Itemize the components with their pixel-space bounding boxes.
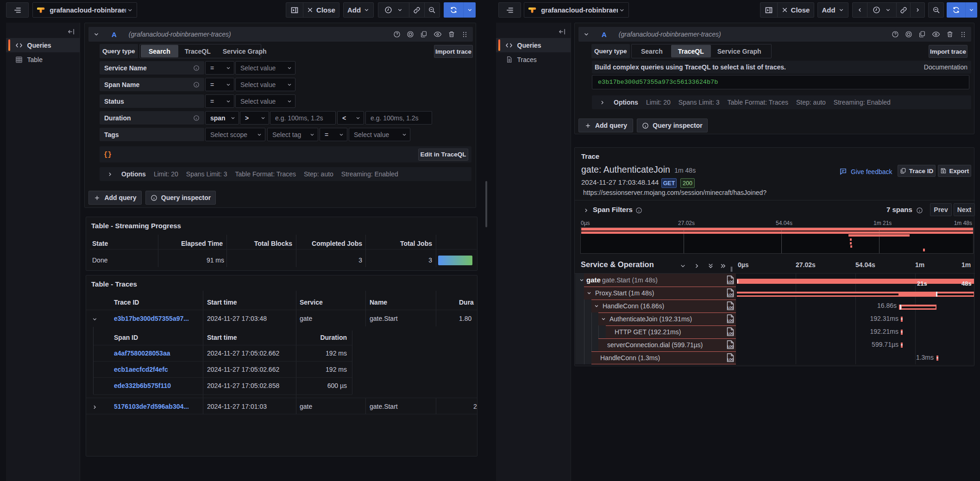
svg-text:LOG: LOG [728,358,734,361]
svg-text:LOG: LOG [728,319,734,322]
svg-text:LOG: LOG [728,306,734,309]
svg-text:LOG: LOG [728,293,734,296]
svg-text:LOG: LOG [728,345,734,348]
svg-text:LOG: LOG [728,280,734,283]
svg-text:LOG: LOG [728,332,734,335]
